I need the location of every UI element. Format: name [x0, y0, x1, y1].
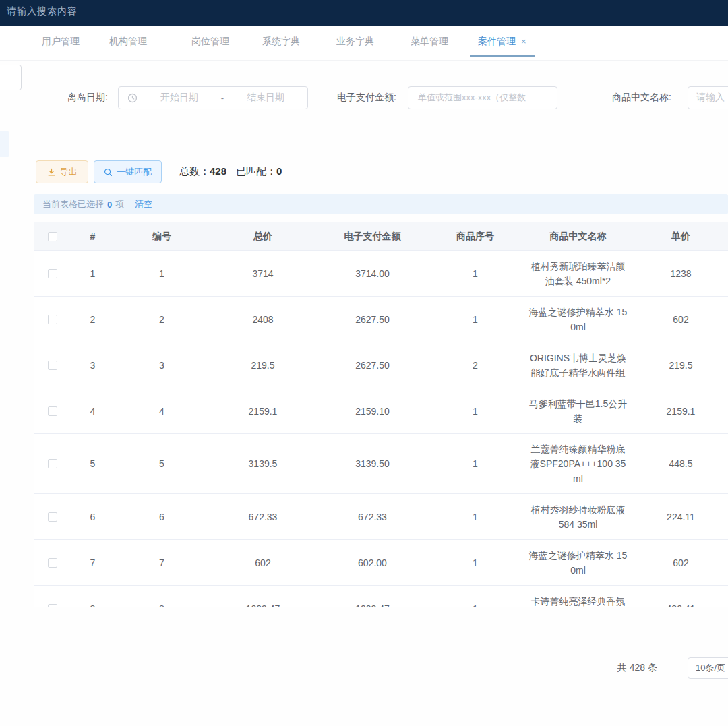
- cell-seq: 1: [428, 404, 522, 419]
- matched-label: 已匹配：: [236, 165, 276, 177]
- pagination-total: 共 428 条: [617, 662, 657, 674]
- cell-seq: 2: [428, 358, 522, 373]
- amount-placeholder: 单值或范围xxx-xxx（仅整数: [418, 92, 526, 104]
- header-payment[interactable]: 电子支付金额: [317, 231, 428, 243]
- one-click-match-button[interactable]: 一键匹配: [94, 160, 162, 183]
- selection-bar: 当前表格已选择 0 项 清空: [34, 194, 728, 214]
- cell-index: 1: [71, 266, 115, 281]
- app-window: 请输入搜索内容 用户管理 机构管理 岗位管理 系统字典 业务字典 菜单管理 案件…: [0, 0, 728, 726]
- name-placeholder: 请输入: [696, 92, 725, 104]
- end-date-placeholder: 结束日期: [224, 92, 307, 104]
- pagination-bar: 共 428 条 10条/页: [0, 657, 728, 679]
- date-range-input[interactable]: 开始日期 - 结束日期: [118, 86, 308, 109]
- cell-payment: 2627.50: [317, 312, 428, 327]
- cell-seq: 1: [428, 456, 522, 471]
- selection-suffix: 项: [115, 198, 124, 210]
- total-label: 总数：: [179, 165, 210, 177]
- cell-price: 219.5: [634, 358, 728, 373]
- header-seq[interactable]: 商品序号: [428, 231, 522, 243]
- clock-icon: [127, 93, 138, 103]
- page-size-value: 10条/页: [696, 662, 725, 674]
- tab-sys-dict[interactable]: 系统字典: [261, 32, 301, 57]
- match-button-label: 一键匹配: [117, 166, 152, 178]
- data-table: # 编号 总价 电子支付金额 商品序号 商品中文名称 单价 1 1 3714 3…: [34, 222, 728, 607]
- export-button-label: 导出: [60, 166, 78, 178]
- top-navbar: 请输入搜索内容: [0, 0, 728, 26]
- tab-org-mgmt[interactable]: 机构管理: [108, 32, 148, 57]
- page-size-select[interactable]: 10条/页: [688, 657, 728, 679]
- cell-price: 1238: [634, 266, 728, 281]
- search-icon: [104, 168, 113, 177]
- row-checkbox[interactable]: [48, 604, 57, 607]
- cell-bianhao: 4: [115, 404, 209, 419]
- export-button[interactable]: 导出: [36, 160, 88, 183]
- select-all-checkbox[interactable]: [48, 232, 57, 241]
- cell-name: 海蓝之谜修护精萃水 150ml: [522, 541, 634, 585]
- cell-zongjia: 3714: [209, 266, 317, 281]
- header-bianhao[interactable]: 编号: [115, 231, 209, 243]
- cell-name: 马爹利蓝带干邑1.5公升装: [522, 389, 634, 433]
- header-name[interactable]: 商品中文名称: [522, 223, 634, 250]
- tab-biz-dict[interactable]: 业务字典: [335, 32, 375, 57]
- start-date-placeholder: 开始日期: [138, 92, 221, 104]
- cell-index: 7: [71, 555, 115, 570]
- payment-amount-input[interactable]: 单值或范围xxx-xxx（仅整数: [408, 86, 557, 109]
- row-checkbox[interactable]: [48, 269, 57, 278]
- clear-selection-link[interactable]: 清空: [135, 198, 152, 210]
- table-header: # 编号 总价 电子支付金额 商品序号 商品中文名称 单价: [34, 222, 728, 251]
- cell-seq: 1: [428, 312, 522, 327]
- tab-case-mgmt[interactable]: 案件管理×: [470, 32, 535, 57]
- cell-bianhao: 6: [115, 510, 209, 524]
- cell-bianhao: 1: [115, 266, 209, 281]
- cell-bianhao: 5: [115, 456, 209, 471]
- cell-bianhao: 8: [115, 601, 209, 607]
- table-row: 8 8 1003.47 1003.47 1 卡诗菁纯亮泽经典香氛 发油100ml…: [34, 586, 728, 607]
- row-checkbox[interactable]: [48, 315, 57, 324]
- date-filter-label: 离岛日期:: [67, 92, 108, 104]
- cell-name: ORIGINS韦博士灵芝焕能好底子精华水两件组: [522, 343, 634, 388]
- header-index[interactable]: #: [71, 231, 115, 242]
- product-name-input[interactable]: 请输入: [688, 86, 728, 109]
- cell-name: 海蓝之谜修护精萃水 150ml: [522, 297, 634, 342]
- cell-name: 植村秀新琥珀臻萃洁颜油套装 450ml*2: [522, 251, 634, 296]
- tab-menu-mgmt[interactable]: 菜单管理: [409, 32, 450, 57]
- table-row: 3 3 219.5 2627.50 2 ORIGINS韦博士灵芝焕能好底子精华水…: [34, 342, 728, 388]
- cell-zongjia: 2408: [209, 312, 317, 327]
- cell-seq: 1: [428, 266, 522, 281]
- name-filter-label: 商品中文名称:: [612, 92, 671, 104]
- matched-value: 0: [276, 165, 282, 177]
- row-checkbox[interactable]: [48, 459, 57, 468]
- row-checkbox[interactable]: [48, 361, 57, 370]
- cell-index: 8: [71, 601, 115, 607]
- table-row: 6 6 672.33 672.33 1 植村秀羽纱持妆粉底液 584 35ml …: [34, 494, 728, 540]
- cell-price: 2159.1: [634, 404, 728, 419]
- cell-name: 兰蔻菁纯臻颜精华粉底液SPF20PA+++100 35ml: [522, 434, 634, 493]
- cell-payment: 3139.50: [317, 456, 428, 471]
- header-price[interactable]: 单价: [634, 231, 728, 243]
- tab-bar: 用户管理 机构管理 岗位管理 系统字典 业务字典 菜单管理 案件管理×: [0, 26, 728, 61]
- cell-price: 224.11: [634, 510, 728, 524]
- row-checkbox[interactable]: [48, 558, 57, 568]
- cell-payment: 602.00: [317, 555, 428, 570]
- tab-user-mgmt[interactable]: 用户管理: [40, 32, 81, 57]
- cell-name: 植村秀羽纱持妆粉底液 584 35ml: [522, 495, 634, 539]
- cell-payment: 2627.50: [317, 358, 428, 373]
- row-checkbox[interactable]: [48, 406, 57, 416]
- cell-bianhao: 3: [115, 358, 209, 373]
- row-checkbox[interactable]: [48, 512, 57, 522]
- cell-price: 430.41: [634, 601, 728, 607]
- toolbar: 导出 一键匹配 总数：428已匹配：0: [0, 160, 728, 183]
- close-icon[interactable]: ×: [521, 33, 526, 51]
- tab-post-mgmt[interactable]: 岗位管理: [190, 32, 231, 57]
- amount-filter-label: 电子支付金额:: [337, 92, 396, 104]
- header-zongjia[interactable]: 总价: [209, 231, 317, 243]
- cell-zongjia: 3139.5: [209, 456, 317, 471]
- cell-price: 602: [634, 312, 728, 327]
- left-edge-fragment: [0, 131, 9, 157]
- global-search-input[interactable]: 请输入搜索内容: [7, 5, 78, 18]
- cell-bianhao: 7: [115, 555, 209, 570]
- cell-zongjia: 219.5: [209, 358, 317, 373]
- total-value: 428: [210, 165, 226, 177]
- cell-zongjia: 1003.47: [209, 601, 317, 607]
- selection-count: 0: [107, 200, 112, 210]
